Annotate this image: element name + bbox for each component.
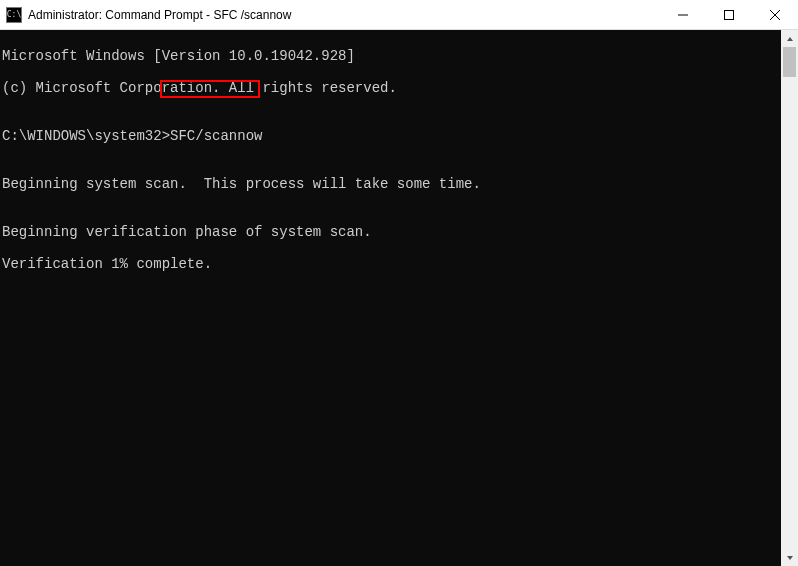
output-line: Microsoft Windows [Version 10.0.19042.92…	[2, 48, 781, 64]
prompt-line: C:\WINDOWS\system32>SFC/scannow	[2, 128, 781, 144]
output-line: Beginning system scan. This process will…	[2, 176, 781, 192]
scroll-up-arrow-icon[interactable]	[781, 30, 798, 47]
svg-rect-1	[725, 10, 734, 19]
minimize-button[interactable]	[660, 0, 706, 29]
output-line: Verification 1% complete.	[2, 256, 781, 272]
maximize-button[interactable]	[706, 0, 752, 29]
window-title: Administrator: Command Prompt - SFC /sca…	[28, 8, 660, 22]
cmd-icon-text: C:\	[7, 10, 21, 19]
vertical-scrollbar[interactable]	[781, 30, 798, 566]
close-button[interactable]	[752, 0, 798, 29]
titlebar[interactable]: C:\ Administrator: Command Prompt - SFC …	[0, 0, 798, 30]
window-controls	[660, 0, 798, 29]
output-line: Beginning verification phase of system s…	[2, 224, 781, 240]
scroll-track[interactable]	[781, 47, 798, 549]
command-prompt-window: C:\ Administrator: Command Prompt - SFC …	[0, 0, 798, 566]
scroll-down-arrow-icon[interactable]	[781, 549, 798, 566]
terminal-output[interactable]: Microsoft Windows [Version 10.0.19042.92…	[0, 30, 781, 566]
scroll-thumb[interactable]	[783, 47, 796, 77]
output-line: (c) Microsoft Corporation. All rights re…	[2, 80, 781, 96]
cmd-icon: C:\	[6, 7, 22, 23]
command-text: SFC/scannow	[170, 128, 262, 144]
terminal-area: Microsoft Windows [Version 10.0.19042.92…	[0, 30, 798, 566]
prompt-path: C:\WINDOWS\system32>	[2, 128, 170, 144]
